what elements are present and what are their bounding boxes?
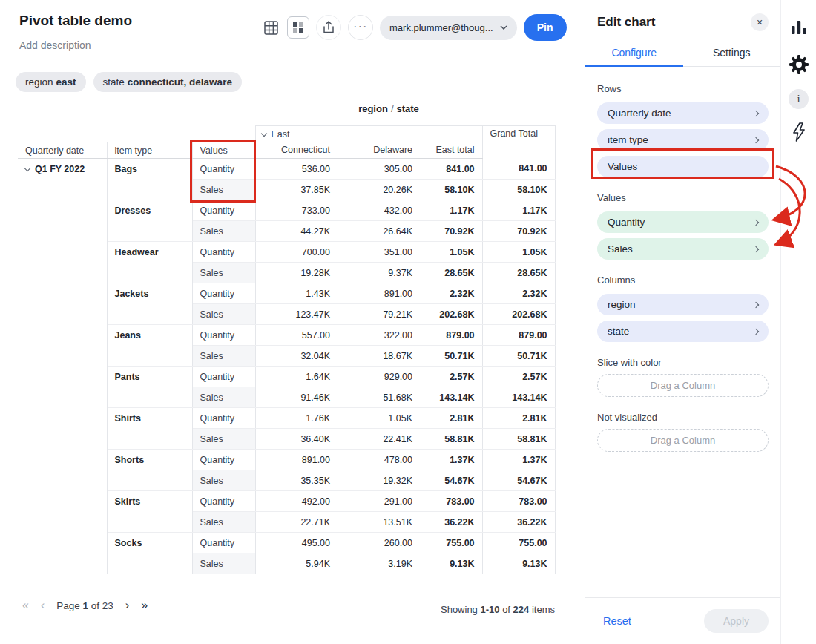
row-group-quarter[interactable]: Q1 FY 2022 bbox=[18, 159, 107, 574]
slice-with-color-dropzone[interactable]: Drag a Column bbox=[597, 374, 769, 397]
not-visualized-dropzone[interactable]: Drag a Column bbox=[597, 429, 769, 452]
value-cell[interactable]: 879.00 bbox=[482, 325, 555, 346]
apply-button[interactable]: Apply bbox=[704, 609, 769, 633]
value-cell[interactable]: 755.00 bbox=[482, 533, 555, 553]
settings-rail-button[interactable] bbox=[788, 53, 810, 76]
pin-button[interactable]: Pin bbox=[524, 14, 567, 41]
item-type-cell[interactable]: Headwear bbox=[107, 242, 192, 283]
value-cell[interactable]: 143.14K bbox=[482, 387, 555, 408]
value-cell[interactable]: 91.46K bbox=[255, 387, 338, 408]
value-cell[interactable]: 260.00 bbox=[338, 533, 420, 553]
value-cell[interactable]: 291.00 bbox=[338, 491, 420, 512]
next-page-button[interactable]: › bbox=[125, 599, 129, 611]
item-type-cell[interactable]: Jeans bbox=[107, 325, 192, 367]
item-type-cell[interactable]: Skirts bbox=[107, 491, 192, 533]
value-cell[interactable]: 28.65K bbox=[420, 263, 482, 283]
value-cell[interactable]: 36.22K bbox=[482, 512, 555, 533]
value-cell[interactable]: 35.35K bbox=[255, 470, 338, 491]
value-cell[interactable]: 79.21K bbox=[338, 304, 420, 325]
quick-actions-rail-button[interactable] bbox=[791, 122, 807, 142]
table-view-button[interactable] bbox=[261, 18, 280, 37]
field-chip-values[interactable]: Values bbox=[597, 156, 769, 177]
value-cell[interactable]: 9.13K bbox=[420, 553, 482, 574]
value-cell[interactable]: 478.00 bbox=[338, 450, 420, 470]
value-cell[interactable]: 19.32K bbox=[338, 470, 420, 491]
value-cell[interactable]: 58.10K bbox=[482, 180, 555, 200]
value-cell[interactable]: 2.57K bbox=[420, 367, 482, 387]
value-cell[interactable]: 58.10K bbox=[420, 180, 482, 200]
prev-page-button[interactable]: ‹ bbox=[41, 599, 45, 611]
value-cell[interactable]: 841.00 bbox=[420, 159, 482, 180]
value-cell[interactable]: 1.76K bbox=[255, 408, 338, 429]
value-cell[interactable]: 36.40K bbox=[255, 429, 338, 450]
field-chip-item-type[interactable]: item type bbox=[597, 129, 769, 151]
value-cell[interactable]: 202.68K bbox=[420, 304, 482, 325]
value-cell[interactable]: 18.67K bbox=[338, 346, 420, 367]
value-cell[interactable]: 1.64K bbox=[255, 367, 338, 387]
column-header-values[interactable]: Values bbox=[192, 142, 255, 159]
value-cell[interactable]: 1.05K bbox=[420, 242, 482, 263]
chart-type-button[interactable] bbox=[287, 16, 309, 39]
tab-settings[interactable]: Settings bbox=[683, 42, 781, 66]
value-cell[interactable]: 1.43K bbox=[255, 283, 338, 304]
value-cell[interactable]: 2.57K bbox=[482, 367, 555, 387]
column-group-east[interactable]: East bbox=[255, 126, 482, 142]
value-cell[interactable]: 929.00 bbox=[338, 367, 420, 387]
item-type-cell[interactable]: Pants bbox=[107, 367, 192, 408]
value-cell[interactable]: 891.00 bbox=[338, 283, 420, 304]
value-cell[interactable]: 495.00 bbox=[255, 533, 338, 553]
info-rail-button[interactable]: i bbox=[789, 89, 809, 109]
value-cell[interactable]: 36.22K bbox=[420, 512, 482, 533]
item-type-cell[interactable]: Socks bbox=[107, 533, 192, 574]
value-cell[interactable]: 50.71K bbox=[482, 346, 555, 367]
share-button[interactable] bbox=[316, 15, 341, 40]
value-cell[interactable]: 32.04K bbox=[255, 346, 338, 367]
value-cell[interactable]: 1.17K bbox=[482, 200, 555, 221]
value-cell[interactable]: 755.00 bbox=[420, 533, 482, 553]
first-page-button[interactable]: « bbox=[22, 599, 29, 611]
tab-configure[interactable]: Configure bbox=[585, 42, 683, 67]
value-cell[interactable]: 700.00 bbox=[255, 242, 338, 263]
item-type-cell[interactable]: Shirts bbox=[107, 408, 192, 450]
value-cell[interactable]: 1.37K bbox=[420, 450, 482, 470]
value-cell[interactable]: 123.47K bbox=[255, 304, 338, 325]
value-cell[interactable]: 1.17K bbox=[420, 200, 482, 221]
value-cell[interactable]: 143.14K bbox=[420, 387, 482, 408]
value-cell[interactable]: 58.81K bbox=[482, 429, 555, 450]
reset-button[interactable]: Reset bbox=[603, 615, 631, 627]
column-header-item-type[interactable]: item type bbox=[107, 142, 192, 159]
last-page-button[interactable]: » bbox=[141, 599, 148, 611]
collapse-row-icon[interactable] bbox=[24, 165, 30, 171]
value-cell[interactable]: 432.00 bbox=[338, 200, 420, 221]
value-cell[interactable]: 492.00 bbox=[255, 491, 338, 512]
item-type-cell[interactable]: Bags bbox=[107, 159, 192, 200]
value-cell[interactable]: 1.05K bbox=[338, 408, 420, 429]
value-cell[interactable]: 9.13K bbox=[482, 553, 555, 574]
value-cell[interactable]: 2.81K bbox=[420, 408, 482, 429]
value-cell[interactable]: 5.94K bbox=[255, 553, 338, 574]
item-type-cell[interactable]: Dresses bbox=[107, 200, 192, 242]
close-panel-button[interactable]: × bbox=[751, 13, 769, 31]
column-header-connecticut[interactable]: Connecticut bbox=[255, 142, 338, 159]
column-header-east-total[interactable]: East total bbox=[420, 142, 482, 159]
field-chip-region[interactable]: region bbox=[597, 294, 769, 315]
field-chip-state[interactable]: state bbox=[597, 321, 769, 342]
item-type-cell[interactable]: Jackets bbox=[107, 283, 192, 325]
value-cell[interactable]: 58.81K bbox=[420, 429, 482, 450]
value-cell[interactable]: 202.68K bbox=[482, 304, 555, 325]
more-button[interactable]: ··· bbox=[348, 15, 373, 40]
value-cell[interactable]: 9.37K bbox=[338, 263, 420, 283]
item-type-cell[interactable]: Shorts bbox=[107, 450, 192, 491]
value-cell[interactable]: 51.68K bbox=[338, 387, 420, 408]
value-cell[interactable]: 733.00 bbox=[255, 200, 338, 221]
value-cell[interactable]: 3.19K bbox=[338, 553, 420, 574]
value-cell[interactable]: 54.67K bbox=[482, 470, 555, 491]
field-chip-quantity[interactable]: Quantity bbox=[597, 211, 769, 233]
value-cell[interactable]: 351.00 bbox=[338, 242, 420, 263]
value-cell[interactable]: 783.00 bbox=[420, 491, 482, 512]
value-cell[interactable]: 70.92K bbox=[482, 221, 555, 242]
value-cell[interactable]: 13.51K bbox=[338, 512, 420, 533]
value-cell[interactable]: 536.00 bbox=[255, 159, 338, 180]
value-cell[interactable]: 322.00 bbox=[338, 325, 420, 346]
value-cell[interactable]: 44.27K bbox=[255, 221, 338, 242]
